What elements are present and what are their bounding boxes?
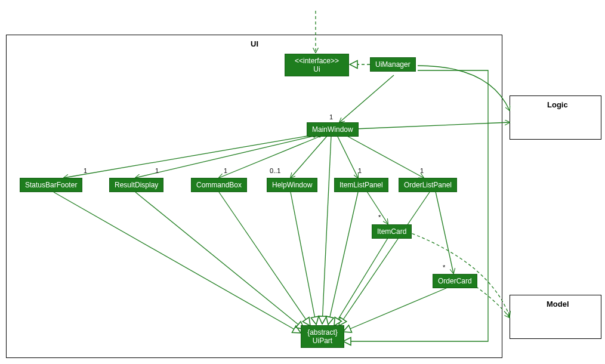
mult-item-card: * [378,214,381,221]
mult-status-bar-footer: 1 [84,167,87,174]
mult-main-window: 1 [329,113,333,121]
mult-help-window: 0..1 [270,167,280,174]
node-ui-part-stereotype: {abstract} [306,328,339,337]
node-order-card-label: OrderCard [438,277,472,285]
mult-item-list-panel: 1 [358,167,362,174]
node-ui-manager-label: UiManager [375,60,410,69]
node-help-window: HelpWindow [267,178,317,192]
node-ui-interface: <<interface>> Ui [285,54,349,76]
mult-result-display: 1 [155,167,159,174]
node-status-bar-footer: StatusBarFooter [20,178,82,192]
node-ui-interface-stereotype: <<interface>> [290,57,344,65]
node-status-bar-footer-label: StatusBarFooter [25,181,77,189]
node-help-window-label: HelpWindow [272,181,312,189]
node-item-card: ItemCard [372,224,412,239]
node-ui-part-name: UiPart [306,337,339,345]
uml-diagram: UI Logic Model [0,0,605,364]
mult-command-box: 1 [224,167,227,174]
node-item-list-panel-label: ItemListPanel [339,181,383,189]
package-logic-label: Logic [547,100,568,109]
node-order-card: OrderCard [433,274,477,288]
mult-order-list-panel: 1 [420,167,424,174]
node-ui-part: {abstract} UiPart [301,325,344,348]
package-model-label: Model [547,300,569,309]
package-ui-label: UI [251,39,258,48]
package-ui [6,35,502,358]
node-main-window-label: MainWindow [312,125,353,134]
node-item-list-panel: ItemListPanel [334,178,388,192]
node-ui-manager: UiManager [370,57,416,72]
node-ui-interface-name: Ui [290,65,344,73]
node-item-card-label: ItemCard [377,227,406,236]
node-result-display-label: ResultDisplay [115,181,158,189]
node-order-list-panel: OrderListPanel [399,178,457,192]
node-command-box: CommandBox [191,178,247,192]
node-result-display: ResultDisplay [109,178,163,192]
node-command-box-label: CommandBox [196,181,242,189]
node-order-list-panel-label: OrderListPanel [404,181,452,189]
node-main-window: MainWindow [307,122,359,137]
mult-order-card: * [443,264,445,271]
